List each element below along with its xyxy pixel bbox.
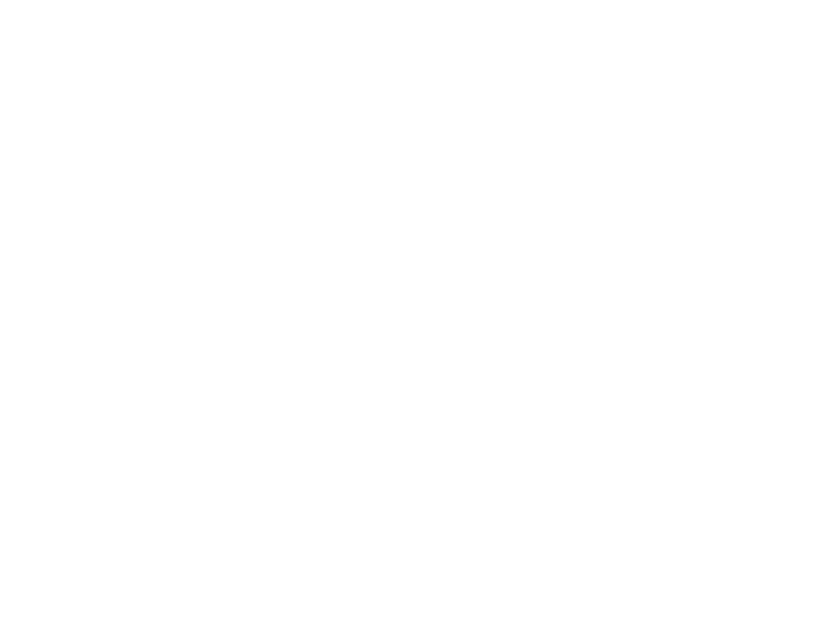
diagram-container xyxy=(0,0,840,617)
connector-lines xyxy=(0,0,840,617)
